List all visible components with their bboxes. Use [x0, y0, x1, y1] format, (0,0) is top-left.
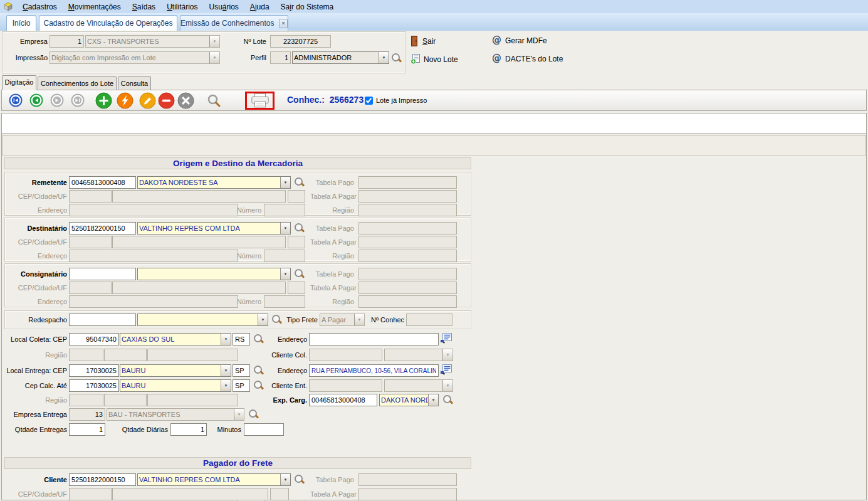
- local-coleta-uf-input[interactable]: [233, 333, 250, 345]
- coleta-endereco-input[interactable]: [309, 333, 439, 345]
- local-entrega-cidade-combo[interactable]: BAURU▼: [120, 364, 231, 377]
- subtab-conhecimentos-do-lote[interactable]: Conhecimentos do Lote: [38, 76, 117, 90]
- destinatario-name-combo[interactable]: VALTINHO REPRES COM LTDA▼: [137, 222, 291, 235]
- perfil-code-input: [270, 51, 291, 64]
- chevron-down-icon[interactable]: ▼: [258, 314, 268, 325]
- chevron-down-icon[interactable]: ▼: [221, 365, 231, 376]
- cep-calc-ate-label: Cep Calc. Até: [0, 379, 67, 392]
- menu-sair-do-sistema[interactable]: Sair do Sistema: [275, 2, 340, 12]
- post-record-button[interactable]: [117, 92, 133, 109]
- dactes-do-lote-button[interactable]: @ DACTE's do Lote: [492, 54, 563, 63]
- tab-emissao-conhecimentos[interactable]: Emissão de Conhecimentos ×: [180, 15, 288, 31]
- cep-calc-search-icon[interactable]: [253, 380, 264, 391]
- close-tab-icon[interactable]: ×: [279, 19, 288, 28]
- sair-button[interactable]: Sair: [410, 36, 436, 46]
- tabela-pago-input: [358, 176, 457, 189]
- chevron-down-icon[interactable]: ▼: [280, 223, 290, 234]
- uf-input: [288, 190, 305, 203]
- destinatario-search-icon[interactable]: [294, 223, 305, 233]
- local-entrega-search-icon[interactable]: [253, 365, 264, 376]
- consignatario-search-icon[interactable]: [294, 268, 305, 279]
- cep-calc-cep-input[interactable]: [69, 379, 119, 392]
- destinatario-label: Destinatário: [0, 222, 67, 235]
- cliente-code-input[interactable]: [69, 473, 136, 486]
- menu-usuarios[interactable]: Usuários: [203, 2, 244, 12]
- menu-cadastros[interactable]: Cadastros: [17, 2, 63, 12]
- menu-movimentacoes[interactable]: Movimentações: [63, 2, 127, 12]
- chevron-down-icon[interactable]: ▼: [379, 52, 389, 63]
- consignatario-name-combo[interactable]: ▼: [137, 268, 291, 280]
- cancel-record-button[interactable]: [177, 92, 194, 109]
- endereco-label: Endereço: [0, 204, 67, 216]
- cliente-search-icon[interactable]: [294, 474, 305, 485]
- first-record-button[interactable]: [9, 93, 23, 107]
- lote-number-input: [270, 35, 331, 48]
- local-coleta-cidade-combo[interactable]: CAXIAS DO SUL▼: [120, 333, 231, 345]
- application-window: Cadastros Movimentações Saídas Utilitári…: [0, 0, 868, 501]
- cep-calc-cidade-combo[interactable]: BAURU▼: [120, 379, 231, 392]
- chevron-down-icon[interactable]: ▼: [221, 334, 231, 345]
- remetente-code-input[interactable]: [69, 176, 136, 189]
- empresa-label: Empresa: [5, 35, 48, 48]
- empresa-entrega-search-icon[interactable]: [248, 409, 259, 419]
- redespacho-search-icon[interactable]: [271, 314, 282, 325]
- chevron-down-icon[interactable]: ▼: [280, 177, 290, 188]
- chevron-down-icon[interactable]: ▼: [280, 268, 290, 280]
- cliente-name-combo[interactable]: VALTINHO REPRES COM LTDA▼: [137, 473, 291, 486]
- edit-record-button[interactable]: [139, 92, 156, 109]
- menu-utilitarios[interactable]: Utilitários: [161, 2, 203, 12]
- next-record-button: [50, 93, 64, 107]
- coleta-regiao-input-2: [104, 349, 147, 361]
- subtab-consulta[interactable]: Consulta: [118, 76, 151, 90]
- redespacho-code-input[interactable]: [69, 314, 136, 326]
- entrega-regiao-input-3: [147, 394, 238, 406]
- local-coleta-search-icon[interactable]: [253, 334, 264, 344]
- menu-ajuda[interactable]: Ajuda: [244, 2, 275, 12]
- delete-record-button[interactable]: [158, 92, 175, 109]
- insert-record-button[interactable]: [95, 92, 112, 109]
- search-record-icon[interactable]: [207, 93, 221, 108]
- minutos-input[interactable]: [244, 423, 284, 436]
- destinatario-code-input[interactable]: [69, 222, 136, 235]
- tab-cadastro-vinculacao[interactable]: Cadastro de Vinculação de Operações: [39, 15, 177, 31]
- uf-input: [288, 236, 305, 248]
- redespacho-name-combo[interactable]: ▼: [137, 314, 268, 326]
- cep-calc-uf-input[interactable]: [233, 379, 250, 392]
- entrega-endereco-lookup-icon[interactable]: [440, 364, 452, 377]
- exp-carg-name-combo[interactable]: DAKOTA NORDES▼: [379, 394, 439, 406]
- local-entrega-uf-input[interactable]: [233, 364, 250, 377]
- menu-saidas[interactable]: Saídas: [127, 2, 161, 12]
- remetente-name-combo[interactable]: DAKOTA NORDESTE SA▼: [137, 176, 291, 189]
- local-entrega-cep-input[interactable]: [69, 364, 119, 377]
- cep-cidade-uf-label: CEP/Cidade/UF: [0, 282, 67, 294]
- coleta-regiao-label: Região: [0, 349, 67, 361]
- chevron-down-icon[interactable]: ▼: [280, 474, 290, 485]
- tab-inicio[interactable]: Início: [6, 15, 36, 31]
- exp-carg-code-input[interactable]: [309, 394, 377, 406]
- chevron-down-icon[interactable]: ▼: [428, 394, 438, 406]
- cep-input: [69, 236, 112, 248]
- empty-text-strip[interactable]: [2, 113, 866, 134]
- empresa-entrega-label: Empresa Entrega: [0, 408, 67, 421]
- local-coleta-cep-input[interactable]: [69, 333, 119, 345]
- regiao-input: [358, 250, 457, 262]
- coleta-endereco-lookup-icon[interactable]: [440, 333, 452, 345]
- print-button-highlight[interactable]: [245, 92, 275, 110]
- chevron-down-icon[interactable]: ▼: [221, 380, 231, 391]
- novo-lote-button[interactable]: Novo Lote: [410, 54, 458, 65]
- perfil-label: Perfil: [219, 51, 266, 64]
- qtdade-diarias-input[interactable]: [170, 423, 207, 436]
- lote-ja-impresso-checkbox[interactable]: [365, 97, 373, 105]
- subtab-digitacao[interactable]: Digitação: [2, 75, 36, 90]
- prior-record-button[interactable]: [29, 93, 43, 107]
- entrega-endereco-input[interactable]: [309, 364, 439, 377]
- remetente-search-icon[interactable]: [294, 177, 305, 187]
- gerar-mdfe-button[interactable]: @ Gerar MDFe: [492, 36, 547, 45]
- qtdade-diarias-label: Qtdade Diárias: [110, 423, 168, 436]
- qtdade-entregas-input[interactable]: [69, 423, 105, 436]
- consignatario-code-input[interactable]: [69, 268, 136, 280]
- perfil-combo[interactable]: ADMINISTRADOR▼: [292, 51, 389, 64]
- exp-carg-search-icon[interactable]: [442, 394, 453, 405]
- perfil-search-icon[interactable]: [391, 53, 402, 63]
- pagador-tabela-pago-input: [358, 473, 457, 486]
